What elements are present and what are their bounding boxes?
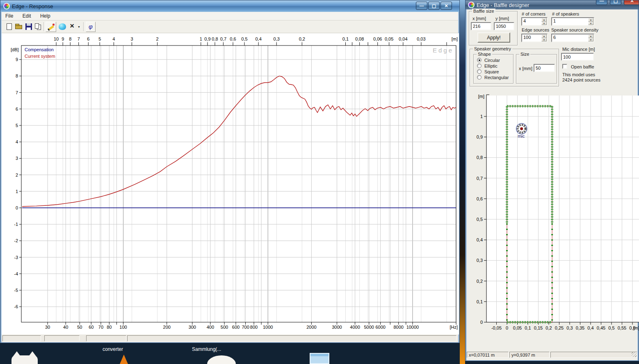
svg-text:0,7: 0,7: [220, 36, 226, 41]
svg-text:0,03: 0,03: [417, 36, 425, 41]
svg-text:8: 8: [16, 73, 18, 78]
spin-up-icon[interactable]: ▲: [541, 18, 547, 22]
speakers-value: 1: [553, 18, 556, 23]
size-x-input[interactable]: [534, 64, 555, 72]
status-panel: [86, 335, 126, 341]
size-x-label: x [mm]: [519, 66, 532, 71]
spin-down-icon[interactable]: ▼: [541, 22, 547, 25]
status-panel: [44, 335, 80, 341]
resize-grip[interactable]: [632, 352, 637, 357]
phase-button[interactable]: φ: [86, 22, 96, 32]
source-density-spinner[interactable]: 6 ▲▼: [551, 34, 594, 42]
copy-button[interactable]: [33, 22, 43, 32]
svg-text:50: 50: [77, 325, 82, 330]
baffle-plot-bg: [486, 96, 639, 322]
radio-circular[interactable]: [477, 58, 482, 62]
close-button[interactable]: ✕: [624, 0, 639, 5]
svg-text:0,35: 0,35: [576, 325, 584, 330]
svg-text:7: 7: [16, 90, 18, 95]
spin-down-icon[interactable]: ▼: [588, 22, 593, 25]
chart-grid: 109876543210,90,80,70,60,50,40,30,20,10,…: [14, 36, 456, 330]
clear-button[interactable]: ✕: [68, 22, 76, 32]
new-button[interactable]: [4, 22, 14, 32]
baffle-designer-window: Edge - Baffle designer — ▢ ✕ Baffle size…: [465, 0, 639, 361]
apply-button[interactable]: Apply!: [477, 32, 510, 43]
cat-icon[interactable]: [11, 355, 38, 364]
status-y-coordinate: y=0,9397 m: [509, 352, 550, 358]
source-density-label: Speaker source density: [551, 27, 598, 32]
radio-rectangular-label[interactable]: Rectangular: [484, 75, 509, 80]
menu-help[interactable]: Help: [37, 12, 54, 20]
model-info-line1: This model uses: [562, 72, 595, 77]
spin-up-icon[interactable]: ▲: [588, 18, 593, 22]
svg-text:0,2: 0,2: [545, 325, 552, 330]
spin-down-icon[interactable]: ▼: [541, 38, 547, 42]
svg-text:100: 100: [119, 325, 127, 330]
edit-baffle-button[interactable]: ✱: [46, 22, 56, 32]
desktop-icon-label[interactable]: Sammlung(...: [192, 346, 221, 352]
dropdown-arrow-icon: ▼: [76, 25, 82, 28]
status-panel: [127, 335, 456, 341]
spin-down-icon[interactable]: ▼: [588, 38, 593, 42]
svg-text:0,4: 0,4: [477, 237, 483, 242]
mic-distance-input[interactable]: [561, 53, 594, 61]
menu-edit[interactable]: Edit: [19, 12, 35, 20]
model-info-line2: 2424 point sources: [562, 77, 600, 82]
minimize-button[interactable]: —: [416, 2, 427, 10]
svg-text:0,5: 0,5: [241, 36, 247, 41]
edge-sources-spinner[interactable]: 100 ▲▼: [521, 34, 548, 42]
svg-text:0,25: 0,25: [555, 325, 564, 330]
toolbar-separator: [83, 22, 84, 31]
maximize-button[interactable]: ▢: [428, 2, 440, 10]
clear-dropdown[interactable]: ▼: [76, 22, 82, 32]
response-window: Edge - Response — ▢ ✕ File Edit Help ✱ ✕…: [0, 0, 460, 343]
svg-text:0,05: 0,05: [513, 325, 522, 330]
svg-text:80: 80: [107, 325, 112, 330]
radio-circular-label[interactable]: Circular: [484, 58, 500, 63]
svg-text:30: 30: [45, 325, 50, 330]
close-button[interactable]: ✕: [440, 2, 452, 10]
window-thumbnail-icon[interactable]: [310, 353, 329, 364]
desktop-icon-label[interactable]: converter: [103, 346, 123, 352]
baffle-y-input[interactable]: [494, 22, 514, 30]
svg-text:0: 0: [16, 205, 18, 210]
radio-rectangular[interactable]: [477, 75, 482, 80]
maximize-button[interactable]: ▢: [610, 0, 621, 5]
series-current-system: [22, 76, 456, 206]
save-button[interactable]: [24, 22, 34, 32]
open-folder-icon: [15, 25, 22, 29]
spin-up-icon[interactable]: ▲: [588, 34, 593, 38]
open-baffle-label[interactable]: Open baffle: [571, 64, 594, 69]
open-button[interactable]: [14, 22, 24, 32]
menu-file[interactable]: File: [2, 12, 17, 20]
svg-text:0,8: 0,8: [212, 36, 218, 41]
spark-icon: ✱: [52, 23, 55, 27]
svg-text:8000: 8000: [394, 325, 404, 330]
corners-spinner[interactable]: 4 ▲▼: [521, 17, 548, 26]
svg-text:40: 40: [63, 325, 68, 330]
spin-up-icon[interactable]: ▲: [541, 34, 547, 38]
lamp-button[interactable]: [57, 22, 67, 32]
radio-square-label[interactable]: Square: [484, 69, 499, 74]
baffle-x-input[interactable]: [471, 22, 491, 30]
svg-text:0: 0: [480, 320, 483, 325]
minimize-button[interactable]: —: [596, 0, 607, 5]
baffle-statusbar: x=0,07011 m y=0,9397 m: [467, 351, 637, 360]
y-mm-label: y [mm]: [495, 16, 509, 21]
svg-text:0,1: 0,1: [525, 325, 531, 330]
vlc-cone-icon[interactable]: [120, 355, 128, 364]
radio-square[interactable]: [477, 69, 482, 74]
svg-text:10000: 10000: [406, 325, 419, 330]
egg-icon[interactable]: [207, 355, 236, 364]
radio-elliptic-label[interactable]: Elliptic: [484, 64, 498, 68]
speakers-spinner[interactable]: 1 ▲▼: [551, 17, 594, 26]
radio-elliptic[interactable]: [477, 64, 482, 68]
response-titlebar[interactable]: Edge - Response — ▢ ✕: [0, 0, 459, 12]
svg-text:0,7: 0,7: [477, 176, 483, 181]
svg-text:0,4: 0,4: [255, 36, 261, 41]
svg-text:500: 500: [221, 325, 228, 330]
baffle-titlebar[interactable]: Edge - Baffle designer — ▢ ✕: [466, 0, 639, 9]
open-baffle-checkbox[interactable]: [562, 64, 567, 69]
baffle-plot: -0,0500,050,10,150,20,250,30,350,40,450,…: [466, 91, 639, 351]
window-title: Edge - Baffle designer: [477, 2, 529, 8]
